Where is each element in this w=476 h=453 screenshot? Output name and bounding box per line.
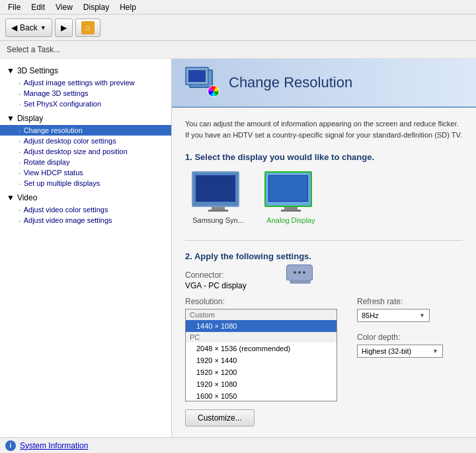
sidebar-item-label: Manage 3D settings [24, 89, 89, 97]
statusbar: i System Information [0, 437, 476, 453]
dash-icon: - [19, 100, 21, 108]
sidebar-item-label: Adjust video image settings [24, 216, 112, 224]
dash-icon: - [19, 79, 21, 87]
settings-section: 2. Apply the following settings. Connect… [185, 240, 463, 427]
dash-icon: - [19, 158, 21, 166]
expand-icon-display: ▼ [7, 114, 15, 123]
menu-display[interactable]: Display [78, 1, 114, 13]
resolution-item-2048[interactable]: 2048 × 1536 (recommended) [186, 343, 337, 354]
resolution-refresh-row: Resolution: Custom 1440 × 1080 PC 2048 ×… [185, 297, 463, 401]
resolution-item-1920x1440[interactable]: 1920 × 1440 [186, 354, 337, 366]
color-depth-group: Color depth: Highest (32-bit) ▼ [357, 333, 443, 358]
listbox-scroll[interactable]: Custom 1440 × 1080 PC 2048 × 1536 (recom… [186, 309, 337, 401]
menu-edit[interactable]: Edit [26, 1, 50, 13]
samsung-monitor-graphic [192, 171, 239, 207]
refresh-rate-group: Refresh rate: 85Hz ▼ [357, 297, 443, 322]
section1-title: 1. Select the display you would like to … [185, 152, 463, 162]
dash-icon: - [19, 126, 21, 134]
connector-label: Connector: [185, 270, 247, 280]
menubar: File Edit View Display Help [0, 0, 476, 15]
resolution-item-1920x1200[interactable]: 1920 × 1200 [186, 366, 337, 378]
toolbar: ◀ Back ▼ ▶ ⌂ [0, 15, 476, 41]
back-label: Back [20, 23, 38, 32]
connector-value: VGA - PC display [185, 281, 247, 290]
tree-section-video-header[interactable]: ▼ Video [0, 191, 171, 204]
sidebar-item-label: Adjust image settings with preview [24, 79, 135, 87]
sidebar-item-rotate[interactable]: - Rotate display [0, 157, 171, 167]
section-label-video: Video [17, 193, 37, 202]
color-depth-dropdown[interactable]: Highest (32-bit) ▼ [357, 345, 443, 358]
dropdown-arrow-icon: ▼ [40, 24, 46, 31]
color-depth-value: Highest (32-bit) [362, 347, 411, 355]
resolution-listbox[interactable]: Custom 1440 × 1080 PC 2048 × 1536 (recom… [185, 309, 337, 401]
tree-section-display: ▼ Display - Change resolution - Adjust d… [0, 110, 171, 190]
listbox-group-custom: Custom [186, 309, 337, 320]
monitor-front-icon [185, 67, 209, 85]
sidebar-item-change-resolution[interactable]: - Change resolution [0, 125, 171, 136]
resolution-label: Resolution: [185, 297, 344, 306]
sidebar-item-label: Rotate display [24, 158, 70, 166]
sidebar-item-label: Set PhysX configuration [24, 100, 101, 108]
system-information-link[interactable]: System Information [20, 441, 88, 450]
forward-button[interactable]: ▶ [55, 19, 73, 37]
menu-file[interactable]: File [3, 1, 26, 13]
resolution-item-1600[interactable]: 1600 × 1050 [186, 390, 337, 401]
sidebar-item-physx[interactable]: - Set PhysX configuration [0, 99, 171, 109]
resolution-item-1920x1080[interactable]: 1920 × 1080 [186, 378, 337, 390]
main-layout: ▼ 3D Settings - Adjust image settings wi… [0, 59, 476, 452]
connector-with-icon: Connector: VGA - PC display [185, 270, 463, 290]
connector-left: Connector: VGA - PC display [185, 270, 247, 290]
menu-view[interactable]: View [50, 1, 78, 13]
sidebar-item-desktop-color[interactable]: - Adjust desktop color settings [0, 136, 171, 146]
customize-button[interactable]: Customize... [185, 409, 255, 427]
expand-icon-3d: ▼ [7, 66, 15, 75]
tree-section-3d-header[interactable]: ▼ 3D Settings [0, 64, 171, 77]
back-arrow-icon: ◀ [11, 23, 17, 32]
sidebar-item-label: Set up multiple displays [24, 179, 100, 187]
sidebar-item-image-settings[interactable]: - Adjust image settings with preview [0, 77, 171, 88]
color-wheel-icon [208, 85, 219, 97]
home-button[interactable]: ⌂ [75, 19, 100, 37]
analog-monitor-thumb [264, 171, 317, 212]
refresh-rate-label: Refresh rate: [357, 297, 443, 306]
dropdown-arrow-icon: ▼ [432, 348, 438, 354]
analog-monitor-graphic [264, 171, 312, 207]
display-option-samsung[interactable]: Samsung Syn... [192, 171, 245, 224]
listbox-group-pc: PC [186, 332, 337, 343]
sidebar: ▼ 3D Settings - Adjust image settings wi… [0, 59, 172, 452]
content-description: You can adjust the amount of information… [185, 118, 463, 140]
samsung-screen [196, 175, 235, 202]
menu-help[interactable]: Help [114, 1, 141, 13]
dash-icon: - [19, 147, 21, 155]
header-icon-wrapper [185, 67, 219, 99]
connector-row: Connector: VGA - PC display [185, 270, 463, 290]
section-label-display: Display [17, 114, 43, 123]
refresh-rate-value: 85Hz [362, 311, 379, 319]
sidebar-item-desktop-size[interactable]: - Adjust desktop size and position [0, 146, 171, 157]
sidebar-item-video-color[interactable]: - Adjust video color settings [0, 204, 171, 215]
section2-title: 2. Apply the following settings. [185, 251, 463, 261]
tree-section-display-header[interactable]: ▼ Display [0, 112, 171, 125]
task-label: Select a Task... [0, 41, 476, 59]
tree-section-3d: ▼ 3D Settings - Adjust image settings wi… [0, 63, 171, 110]
section-label-3d: 3D Settings [17, 66, 58, 75]
resolution-item-1440[interactable]: 1440 × 1080 [186, 320, 337, 332]
tree-section-video: ▼ Video - Adjust video color settings - … [0, 190, 171, 227]
display-selector: Samsung Syn... Analog Display [185, 171, 463, 224]
sidebar-item-video-image[interactable]: - Adjust video image settings [0, 215, 171, 226]
refresh-rate-dropdown[interactable]: 85Hz ▼ [357, 309, 430, 322]
color-depth-label: Color depth: [357, 333, 443, 342]
content-area: Change Resolution You can adjust the amo… [172, 59, 476, 452]
sidebar-item-manage-3d[interactable]: - Manage 3D settings [0, 88, 171, 99]
dash-icon: - [19, 137, 21, 145]
dash-icon: - [19, 179, 21, 187]
sidebar-item-label: Adjust desktop size and position [24, 147, 128, 155]
info-icon: i [5, 440, 16, 451]
forward-arrow-icon: ▶ [61, 23, 67, 32]
sidebar-item-label: View HDCP status [24, 169, 83, 177]
sidebar-item-multiple-displays[interactable]: - Set up multiple displays [0, 178, 171, 188]
home-icon: ⌂ [81, 21, 95, 34]
sidebar-item-hdcp[interactable]: - View HDCP status [0, 167, 171, 178]
back-button[interactable]: ◀ Back ▼ [5, 19, 52, 37]
display-option-analog[interactable]: Analog Display [264, 171, 317, 224]
